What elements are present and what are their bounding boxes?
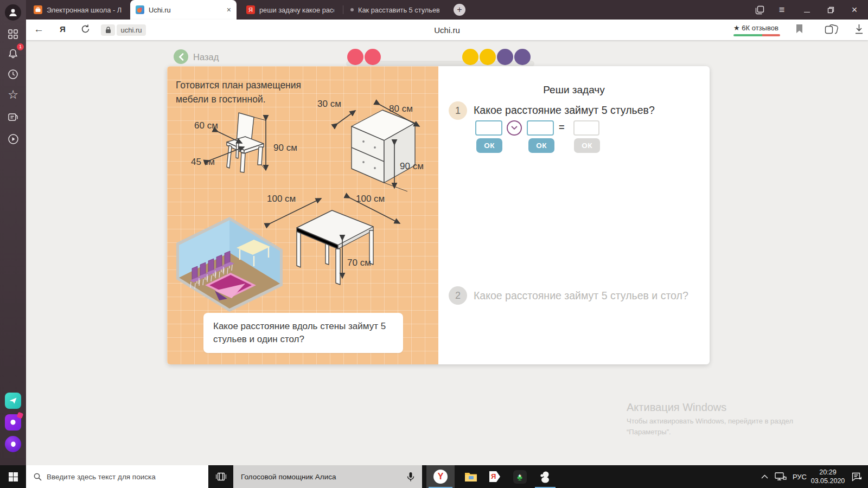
question-1-number: 1	[449, 101, 467, 120]
dim-dresser-width: 80 см	[389, 104, 413, 114]
answer-input-1[interactable]	[475, 120, 502, 136]
dim-dresser-depth: 30 см	[317, 99, 341, 110]
tab-close-icon[interactable]: ×	[227, 5, 231, 14]
ok-button-1[interactable]: ОК	[476, 138, 502, 153]
tray-chevron-up-icon[interactable]	[757, 465, 771, 488]
maximize-button[interactable]	[821, 0, 840, 20]
app-file-explorer[interactable]	[459, 465, 483, 488]
dresser-diagram	[312, 95, 436, 195]
folder-icon	[464, 471, 477, 482]
history-clock-icon[interactable]	[5, 66, 21, 82]
collections-icon[interactable]	[825, 24, 839, 37]
alice-assistant-bar[interactable]: Голосовой помощник Алиса	[233, 465, 422, 488]
alice-assistant-icon[interactable]	[5, 436, 21, 452]
dim-dresser-height: 90 см	[400, 161, 424, 172]
tab-title: реши задачу какое рассто	[259, 6, 334, 14]
new-tab-button[interactable]: +	[454, 4, 465, 16]
app-yandex-browser[interactable]: Y	[426, 465, 455, 488]
tray-language[interactable]: РУС	[790, 465, 809, 488]
dim-chair-depth: 45 см	[191, 157, 215, 168]
room-illustration	[173, 214, 286, 322]
bookmark-flag-icon[interactable]	[795, 24, 803, 36]
reviews-rating[interactable]: ★ 6К отзывов	[733, 24, 778, 32]
notification-badge: 1	[17, 43, 24, 50]
tray-network-icon[interactable]	[773, 465, 789, 488]
app-pokerstars[interactable]: ♠ ★	[508, 465, 532, 488]
browser-sidebar: 1 ☆	[0, 0, 26, 465]
search-icon	[34, 473, 42, 481]
taskbar-search-box[interactable]: Введите здесь текст для поиска	[26, 465, 208, 488]
microphone-icon	[407, 472, 414, 482]
operator-dropdown[interactable]	[507, 120, 522, 136]
question-2-number: 2	[449, 286, 467, 305]
start-button[interactable]	[0, 465, 26, 488]
tab-overview-icon[interactable]	[750, 0, 769, 20]
yandex-browser-icon: Y	[433, 470, 448, 484]
yandex-app-icon: Я	[488, 471, 501, 483]
task-intro-text: Готовится план размещения мебели в гости…	[176, 78, 330, 107]
bookmarks-star-icon[interactable]: ☆	[5, 87, 21, 103]
windows-activation-watermark: Активация Windows Чтобы активировать Win…	[627, 401, 793, 438]
question-1-text: Какое расстояние займут 5 стульев?	[474, 104, 655, 117]
minimize-button[interactable]	[797, 0, 816, 20]
tab-yandex-search[interactable]: Я реши задачу какое рассто	[241, 0, 342, 20]
watermark-title: Активация Windows	[627, 401, 793, 414]
progress-dot-red-2	[365, 49, 381, 65]
tab-uchi-active[interactable]: Uchi.ru ×	[130, 0, 237, 20]
user-avatar[interactable]	[5, 4, 21, 21]
yandex-favicon: Я	[246, 5, 255, 14]
app-robot[interactable]	[533, 465, 558, 488]
answer-input-2[interactable]	[527, 120, 554, 136]
progress-dot-red-1	[347, 49, 363, 65]
dim-table-height: 70 см	[347, 258, 371, 268]
progress-dot-purple-1	[497, 49, 513, 65]
question-2-text: Какое расстояние займут 5 стульев и стол…	[474, 288, 693, 303]
hint-question-box: Какое расстояние вдоль стены займут 5 ст…	[203, 313, 403, 353]
tab-title: Электронная школа - Лич	[47, 6, 122, 14]
uchi-favicon	[136, 5, 144, 14]
dim-chair-height: 90 см	[273, 143, 297, 153]
dialogs-app-icon[interactable]	[5, 414, 21, 431]
ok-button-3-disabled[interactable]: ОК	[574, 138, 600, 153]
lesson-back-label[interactable]: Назад	[193, 52, 219, 62]
notes-icon[interactable]	[5, 109, 21, 125]
action-center-icon[interactable]	[847, 465, 866, 488]
ok-button-2[interactable]: ОК	[528, 138, 554, 153]
tab-how-to-place[interactable]: Как расставить 5 стульев т	[345, 0, 449, 20]
tray-time: 20:29	[819, 468, 836, 477]
tab-title: Как расставить 5 стульев т	[358, 6, 439, 14]
answer-input-result[interactable]	[573, 120, 599, 136]
dot-favicon	[350, 8, 354, 11]
chevron-left-icon	[178, 53, 184, 61]
download-icon[interactable]	[854, 24, 864, 36]
tray-clock[interactable]: 20:29 03.05.2020	[810, 465, 845, 488]
progress-dot-purple-2	[514, 49, 531, 65]
notifications-bell-icon[interactable]: 1	[5, 46, 21, 62]
browser-menu-icon[interactable]: ≡	[773, 0, 791, 20]
progress-dot-yellow-2	[480, 49, 496, 65]
dim-table-width-right: 100 см	[356, 194, 385, 204]
pokerstars-icon: ♠ ★	[513, 470, 527, 484]
dim-chair-width: 60 см	[194, 120, 218, 131]
apps-grid-icon[interactable]	[5, 26, 21, 42]
messenger-app-icon[interactable]	[5, 393, 21, 409]
task-illustration-panel: Готовится план размещения мебели в гости…	[167, 66, 438, 364]
tab-school[interactable]: Электронная школа - Лич	[28, 0, 128, 20]
windows-logo-icon	[9, 472, 18, 481]
task-view-button[interactable]	[208, 465, 233, 488]
lesson-back-button[interactable]	[174, 49, 188, 64]
browser-toolbar: ← Я uchi.ru Uchi.ru ★ 6К отзывов	[26, 20, 868, 40]
browser-tab-bar: Электронная школа - Лич Uchi.ru × Я реши…	[0, 0, 868, 20]
school-favicon	[34, 5, 42, 14]
equals-sign: =	[559, 122, 565, 133]
alice-label: Голосовой помощник Алиса	[241, 473, 402, 481]
panel-title: Реши задачу	[438, 84, 710, 96]
dim-table-width-left: 100 см	[267, 194, 296, 204]
robot-icon	[539, 470, 552, 483]
windows-taskbar: Введите здесь текст для поиска Голосовой…	[0, 465, 868, 488]
video-play-icon[interactable]	[5, 131, 21, 147]
lesson-card: Готовится план размещения мебели в гости…	[167, 66, 710, 364]
chevron-down-icon	[511, 126, 518, 130]
close-window-button[interactable]: ×	[845, 0, 864, 20]
app-yandex-search[interactable]: Я	[483, 465, 507, 488]
